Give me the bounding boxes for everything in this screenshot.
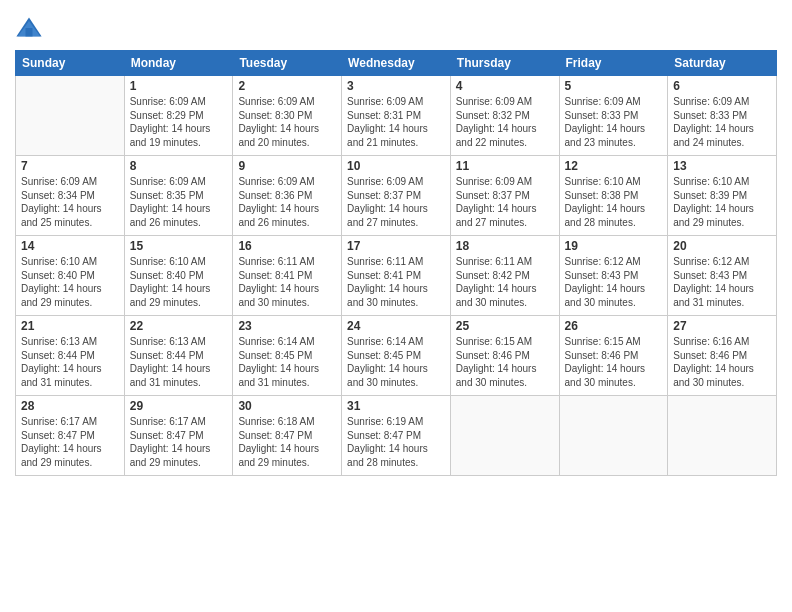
day-number: 22 xyxy=(130,319,228,333)
page: SundayMondayTuesdayWednesdayThursdayFrid… xyxy=(0,0,792,612)
day-info: Sunrise: 6:09 AM Sunset: 8:33 PM Dayligh… xyxy=(673,95,771,149)
day-info: Sunrise: 6:15 AM Sunset: 8:46 PM Dayligh… xyxy=(456,335,554,389)
day-info: Sunrise: 6:16 AM Sunset: 8:46 PM Dayligh… xyxy=(673,335,771,389)
calendar-cell: 16Sunrise: 6:11 AM Sunset: 8:41 PM Dayli… xyxy=(233,236,342,316)
day-number: 7 xyxy=(21,159,119,173)
calendar-cell: 29Sunrise: 6:17 AM Sunset: 8:47 PM Dayli… xyxy=(124,396,233,476)
day-info: Sunrise: 6:11 AM Sunset: 8:42 PM Dayligh… xyxy=(456,255,554,309)
calendar-cell: 13Sunrise: 6:10 AM Sunset: 8:39 PM Dayli… xyxy=(668,156,777,236)
calendar-cell: 14Sunrise: 6:10 AM Sunset: 8:40 PM Dayli… xyxy=(16,236,125,316)
calendar-cell: 31Sunrise: 6:19 AM Sunset: 8:47 PM Dayli… xyxy=(342,396,451,476)
day-info: Sunrise: 6:09 AM Sunset: 8:35 PM Dayligh… xyxy=(130,175,228,229)
day-info: Sunrise: 6:17 AM Sunset: 8:47 PM Dayligh… xyxy=(21,415,119,469)
day-number: 26 xyxy=(565,319,663,333)
day-number: 10 xyxy=(347,159,445,173)
calendar-cell: 18Sunrise: 6:11 AM Sunset: 8:42 PM Dayli… xyxy=(450,236,559,316)
day-number: 2 xyxy=(238,79,336,93)
calendar-table: SundayMondayTuesdayWednesdayThursdayFrid… xyxy=(15,50,777,476)
day-info: Sunrise: 6:17 AM Sunset: 8:47 PM Dayligh… xyxy=(130,415,228,469)
calendar-cell: 22Sunrise: 6:13 AM Sunset: 8:44 PM Dayli… xyxy=(124,316,233,396)
day-info: Sunrise: 6:10 AM Sunset: 8:40 PM Dayligh… xyxy=(21,255,119,309)
calendar-cell: 19Sunrise: 6:12 AM Sunset: 8:43 PM Dayli… xyxy=(559,236,668,316)
day-info: Sunrise: 6:09 AM Sunset: 8:32 PM Dayligh… xyxy=(456,95,554,149)
day-number: 8 xyxy=(130,159,228,173)
day-number: 25 xyxy=(456,319,554,333)
calendar-cell: 27Sunrise: 6:16 AM Sunset: 8:46 PM Dayli… xyxy=(668,316,777,396)
calendar-cell: 30Sunrise: 6:18 AM Sunset: 8:47 PM Dayli… xyxy=(233,396,342,476)
day-info: Sunrise: 6:14 AM Sunset: 8:45 PM Dayligh… xyxy=(347,335,445,389)
day-info: Sunrise: 6:19 AM Sunset: 8:47 PM Dayligh… xyxy=(347,415,445,469)
calendar-cell xyxy=(668,396,777,476)
day-info: Sunrise: 6:09 AM Sunset: 8:30 PM Dayligh… xyxy=(238,95,336,149)
day-number: 24 xyxy=(347,319,445,333)
calendar-cell xyxy=(450,396,559,476)
calendar-week-row: 28Sunrise: 6:17 AM Sunset: 8:47 PM Dayli… xyxy=(16,396,777,476)
day-number: 29 xyxy=(130,399,228,413)
day-info: Sunrise: 6:09 AM Sunset: 8:31 PM Dayligh… xyxy=(347,95,445,149)
calendar-cell: 15Sunrise: 6:10 AM Sunset: 8:40 PM Dayli… xyxy=(124,236,233,316)
calendar-cell: 3Sunrise: 6:09 AM Sunset: 8:31 PM Daylig… xyxy=(342,76,451,156)
calendar-cell: 21Sunrise: 6:13 AM Sunset: 8:44 PM Dayli… xyxy=(16,316,125,396)
calendar-cell: 23Sunrise: 6:14 AM Sunset: 8:45 PM Dayli… xyxy=(233,316,342,396)
calendar-cell: 8Sunrise: 6:09 AM Sunset: 8:35 PM Daylig… xyxy=(124,156,233,236)
day-info: Sunrise: 6:10 AM Sunset: 8:39 PM Dayligh… xyxy=(673,175,771,229)
calendar-cell: 12Sunrise: 6:10 AM Sunset: 8:38 PM Dayli… xyxy=(559,156,668,236)
day-info: Sunrise: 6:09 AM Sunset: 8:34 PM Dayligh… xyxy=(21,175,119,229)
day-number: 27 xyxy=(673,319,771,333)
calendar-cell: 2Sunrise: 6:09 AM Sunset: 8:30 PM Daylig… xyxy=(233,76,342,156)
svg-rect-2 xyxy=(26,28,33,36)
calendar-cell: 6Sunrise: 6:09 AM Sunset: 8:33 PM Daylig… xyxy=(668,76,777,156)
day-number: 28 xyxy=(21,399,119,413)
day-info: Sunrise: 6:13 AM Sunset: 8:44 PM Dayligh… xyxy=(21,335,119,389)
day-number: 16 xyxy=(238,239,336,253)
logo xyxy=(15,14,45,42)
day-number: 12 xyxy=(565,159,663,173)
day-info: Sunrise: 6:09 AM Sunset: 8:29 PM Dayligh… xyxy=(130,95,228,149)
calendar-cell: 10Sunrise: 6:09 AM Sunset: 8:37 PM Dayli… xyxy=(342,156,451,236)
day-info: Sunrise: 6:15 AM Sunset: 8:46 PM Dayligh… xyxy=(565,335,663,389)
day-number: 14 xyxy=(21,239,119,253)
day-number: 9 xyxy=(238,159,336,173)
day-number: 13 xyxy=(673,159,771,173)
day-number: 21 xyxy=(21,319,119,333)
day-number: 4 xyxy=(456,79,554,93)
calendar-cell: 25Sunrise: 6:15 AM Sunset: 8:46 PM Dayli… xyxy=(450,316,559,396)
day-info: Sunrise: 6:09 AM Sunset: 8:37 PM Dayligh… xyxy=(456,175,554,229)
day-number: 23 xyxy=(238,319,336,333)
day-info: Sunrise: 6:09 AM Sunset: 8:33 PM Dayligh… xyxy=(565,95,663,149)
day-info: Sunrise: 6:18 AM Sunset: 8:47 PM Dayligh… xyxy=(238,415,336,469)
calendar-week-row: 21Sunrise: 6:13 AM Sunset: 8:44 PM Dayli… xyxy=(16,316,777,396)
calendar-week-row: 7Sunrise: 6:09 AM Sunset: 8:34 PM Daylig… xyxy=(16,156,777,236)
day-number: 30 xyxy=(238,399,336,413)
calendar-cell: 1Sunrise: 6:09 AM Sunset: 8:29 PM Daylig… xyxy=(124,76,233,156)
day-info: Sunrise: 6:10 AM Sunset: 8:38 PM Dayligh… xyxy=(565,175,663,229)
day-info: Sunrise: 6:10 AM Sunset: 8:40 PM Dayligh… xyxy=(130,255,228,309)
calendar-cell: 7Sunrise: 6:09 AM Sunset: 8:34 PM Daylig… xyxy=(16,156,125,236)
day-number: 11 xyxy=(456,159,554,173)
calendar-header-row: SundayMondayTuesdayWednesdayThursdayFrid… xyxy=(16,51,777,76)
calendar-cell: 26Sunrise: 6:15 AM Sunset: 8:46 PM Dayli… xyxy=(559,316,668,396)
day-info: Sunrise: 6:09 AM Sunset: 8:37 PM Dayligh… xyxy=(347,175,445,229)
day-info: Sunrise: 6:09 AM Sunset: 8:36 PM Dayligh… xyxy=(238,175,336,229)
day-number: 15 xyxy=(130,239,228,253)
day-info: Sunrise: 6:14 AM Sunset: 8:45 PM Dayligh… xyxy=(238,335,336,389)
calendar-day-header: Monday xyxy=(124,51,233,76)
calendar-day-header: Thursday xyxy=(450,51,559,76)
header xyxy=(15,10,777,42)
calendar-cell: 11Sunrise: 6:09 AM Sunset: 8:37 PM Dayli… xyxy=(450,156,559,236)
day-number: 18 xyxy=(456,239,554,253)
calendar-cell: 9Sunrise: 6:09 AM Sunset: 8:36 PM Daylig… xyxy=(233,156,342,236)
calendar-day-header: Sunday xyxy=(16,51,125,76)
day-number: 5 xyxy=(565,79,663,93)
calendar-cell: 28Sunrise: 6:17 AM Sunset: 8:47 PM Dayli… xyxy=(16,396,125,476)
calendar-day-header: Saturday xyxy=(668,51,777,76)
day-info: Sunrise: 6:11 AM Sunset: 8:41 PM Dayligh… xyxy=(347,255,445,309)
logo-icon xyxy=(15,14,43,42)
calendar-cell xyxy=(16,76,125,156)
day-number: 17 xyxy=(347,239,445,253)
calendar-cell: 20Sunrise: 6:12 AM Sunset: 8:43 PM Dayli… xyxy=(668,236,777,316)
day-number: 1 xyxy=(130,79,228,93)
calendar-cell: 24Sunrise: 6:14 AM Sunset: 8:45 PM Dayli… xyxy=(342,316,451,396)
day-info: Sunrise: 6:12 AM Sunset: 8:43 PM Dayligh… xyxy=(565,255,663,309)
day-number: 31 xyxy=(347,399,445,413)
